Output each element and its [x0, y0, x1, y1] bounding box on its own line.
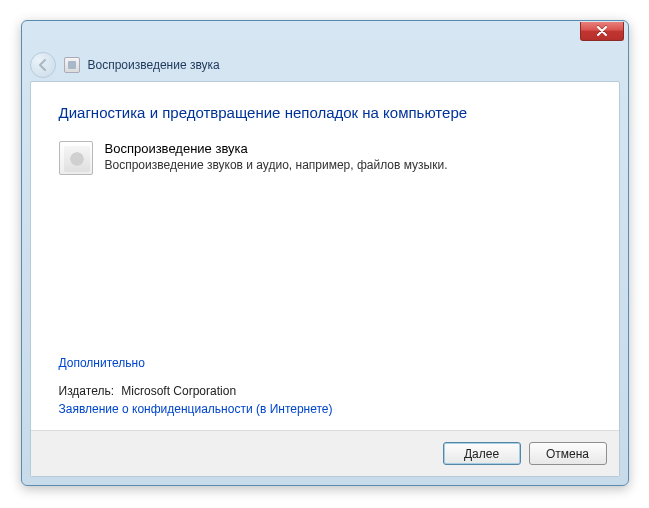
next-button[interactable]: Далее	[443, 442, 521, 465]
troubleshooter-window: Воспроизведение звука Диагностика и пред…	[21, 20, 629, 486]
titlebar	[22, 21, 628, 49]
back-button[interactable]	[30, 52, 56, 78]
page-heading: Диагностика и предотвращение неполадок н…	[59, 104, 591, 121]
publisher-row: Издатель: Microsoft Corporation	[59, 384, 333, 398]
window-small-icon	[64, 57, 80, 73]
privacy-link[interactable]: Заявление о конфиденциальности (в Интерн…	[59, 402, 333, 416]
content-body: Диагностика и предотвращение неполадок н…	[31, 82, 619, 430]
window-title: Воспроизведение звука	[88, 58, 220, 72]
publisher-label: Издатель:	[59, 384, 115, 398]
close-button[interactable]	[580, 22, 624, 41]
publisher-value: Microsoft Corporation	[121, 384, 236, 398]
advanced-link[interactable]: Дополнительно	[59, 356, 145, 370]
audio-troubleshoot-icon	[59, 141, 93, 175]
wizard-header: Воспроизведение звука	[22, 49, 628, 81]
troubleshooter-title: Воспроизведение звука	[105, 141, 448, 156]
content-area: Диагностика и предотвращение неполадок н…	[30, 81, 620, 477]
troubleshooter-item: Воспроизведение звука Воспроизведение зв…	[59, 141, 591, 175]
cancel-button[interactable]: Отмена	[529, 442, 607, 465]
back-arrow-icon	[36, 58, 50, 72]
troubleshooter-text: Воспроизведение звука Воспроизведение зв…	[105, 141, 448, 175]
close-icon	[596, 26, 608, 36]
dialog-footer: Далее Отмена	[31, 430, 619, 476]
bottom-links: Дополнительно Издатель: Microsoft Corpor…	[59, 356, 333, 416]
troubleshooter-description: Воспроизведение звуков и аудио, например…	[105, 158, 448, 172]
